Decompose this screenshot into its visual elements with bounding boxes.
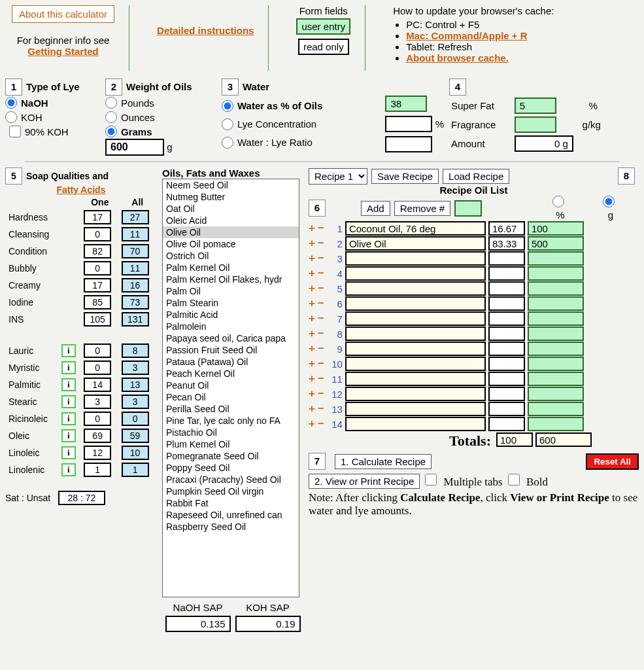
- oil-option[interactable]: Nutmeg Butter: [163, 191, 299, 203]
- oil-option[interactable]: Perilla Seed Oil: [163, 403, 299, 415]
- recipe-grams-input[interactable]: [528, 326, 584, 341]
- oil-option[interactable]: Olive Oil: [163, 226, 299, 238]
- mac-cache-link[interactable]: Mac: Command/Apple + R: [406, 30, 527, 41]
- recipe-oil-name-input[interactable]: [345, 311, 486, 326]
- recipe-pct-input[interactable]: [488, 372, 525, 386]
- recipe-oil-name-input[interactable]: [345, 402, 486, 416]
- remove-row-icon[interactable]: −: [318, 222, 324, 235]
- add-row-icon[interactable]: +: [309, 237, 315, 250]
- add-row-icon[interactable]: +: [309, 372, 315, 385]
- recipe-oil-name-input[interactable]: [345, 357, 486, 371]
- add-row-icon[interactable]: +: [309, 312, 315, 325]
- fragrance-input[interactable]: [515, 116, 556, 133]
- remove-row-icon[interactable]: −: [318, 417, 324, 431]
- remove-row-icon[interactable]: −: [318, 252, 324, 265]
- add-row-icon[interactable]: +: [309, 282, 315, 295]
- recipe-oil-name-input[interactable]: [345, 326, 486, 341]
- lye-conc-input[interactable]: [385, 116, 432, 132]
- add-row-icon[interactable]: +: [309, 327, 315, 340]
- oil-option[interactable]: Oleic Acid: [163, 215, 299, 226]
- oil-option[interactable]: Palmitic Acid: [163, 309, 299, 321]
- multiple-tabs-checkbox[interactable]: [425, 474, 437, 485]
- remove-oil-button[interactable]: Remove #: [394, 201, 450, 216]
- oil-option[interactable]: Palm Kernel Oil: [163, 262, 299, 273]
- oil-option[interactable]: Palm Oil: [163, 285, 299, 297]
- recipe-grams-input[interactable]: [528, 236, 584, 251]
- oil-option[interactable]: Raspberry Seed Oil: [163, 521, 299, 533]
- remove-row-icon[interactable]: −: [318, 342, 324, 355]
- view-print-recipe-button[interactable]: 2. View or Print Recipe: [309, 474, 420, 489]
- oil-option[interactable]: Peach Kernel Oil: [163, 368, 299, 379]
- detailed-instructions-link[interactable]: Detailed instructions: [157, 25, 254, 36]
- oil-option[interactable]: Ostrich Oil: [163, 250, 299, 262]
- water-pct-radio[interactable]: [222, 100, 233, 112]
- recipe-grams-input[interactable]: [528, 357, 584, 371]
- recipe-pct-input[interactable]: [488, 281, 525, 296]
- koh-radio[interactable]: [5, 111, 17, 123]
- recipe-grams-input[interactable]: [528, 251, 584, 266]
- info-icon[interactable]: i: [61, 344, 76, 357]
- water-lye-ratio-radio[interactable]: [222, 137, 233, 149]
- remove-row-icon[interactable]: −: [318, 402, 324, 415]
- add-oil-button[interactable]: Add: [361, 201, 390, 216]
- oil-option[interactable]: Pistachio Oil: [163, 427, 299, 438]
- info-icon[interactable]: i: [61, 378, 76, 391]
- oil-option[interactable]: Peanut Oil: [163, 379, 299, 391]
- recipe-pct-input[interactable]: [488, 326, 525, 341]
- recipe-pct-input[interactable]: [488, 417, 525, 431]
- recipe-pct-input[interactable]: [488, 402, 525, 416]
- fatty-acids-link[interactable]: Fatty Acids: [57, 185, 106, 195]
- recipe-grams-input[interactable]: [528, 387, 584, 401]
- recipe-pct-input[interactable]: [488, 251, 525, 266]
- recipe-pct-input[interactable]: [488, 266, 525, 281]
- add-row-icon[interactable]: +: [309, 267, 315, 280]
- add-row-icon[interactable]: +: [309, 342, 315, 355]
- load-recipe-button[interactable]: Load Recipe: [443, 169, 509, 184]
- add-row-icon[interactable]: +: [309, 222, 315, 235]
- recipe-oil-name-input[interactable]: [345, 266, 486, 281]
- ounces-radio[interactable]: [105, 111, 117, 123]
- recipe-pct-input[interactable]: [488, 296, 525, 311]
- recipe-oil-name-input[interactable]: [345, 372, 486, 386]
- recipe-oil-name-input[interactable]: [345, 342, 486, 356]
- add-row-icon[interactable]: +: [309, 417, 315, 431]
- remove-row-icon[interactable]: −: [318, 297, 324, 310]
- grams-radio[interactable]: [105, 126, 117, 137]
- recipe-oil-name-input[interactable]: [345, 417, 486, 431]
- info-icon[interactable]: i: [61, 361, 76, 374]
- recipe-pct-input[interactable]: [488, 236, 525, 251]
- reset-all-button[interactable]: Reset All: [586, 453, 639, 470]
- recipe-oil-name-input[interactable]: [345, 281, 486, 296]
- add-row-icon[interactable]: +: [309, 252, 315, 265]
- recipe-oil-name-input[interactable]: [345, 236, 486, 251]
- about-calculator-button[interactable]: About this calculator: [12, 5, 114, 23]
- getting-started-link[interactable]: Getting Started: [27, 46, 98, 57]
- koh90-checkbox[interactable]: [9, 126, 21, 137]
- lye-conc-radio[interactable]: [222, 118, 233, 130]
- remove-row-icon[interactable]: −: [318, 387, 324, 400]
- water-lye-ratio-input[interactable]: [385, 136, 432, 152]
- recipe-pct-input[interactable]: [488, 221, 525, 236]
- superfat-input[interactable]: [515, 97, 556, 114]
- remove-row-icon[interactable]: −: [318, 372, 324, 385]
- info-icon[interactable]: i: [61, 446, 76, 459]
- remove-row-icon[interactable]: −: [318, 267, 324, 280]
- oil-option[interactable]: Pine Tar, lye calc only no FA: [163, 415, 299, 427]
- oil-option[interactable]: Pecan Oil: [163, 391, 299, 403]
- oil-option[interactable]: Pataua (Patawa) Oil: [163, 356, 299, 368]
- recipe-grams-input[interactable]: [528, 266, 584, 281]
- oil-option[interactable]: Pracaxi (Pracachy) Seed Oil: [163, 474, 299, 485]
- oil-option[interactable]: Pomegranate Seed Oil: [163, 450, 299, 462]
- add-row-icon[interactable]: +: [309, 357, 315, 370]
- water-pct-input[interactable]: [385, 96, 427, 112]
- pounds-radio[interactable]: [105, 97, 117, 109]
- oil-option[interactable]: Palm Kernel Oil Flakes, hydr: [163, 273, 299, 285]
- remove-row-icon[interactable]: −: [318, 282, 324, 295]
- info-icon[interactable]: i: [61, 429, 76, 442]
- bold-checkbox[interactable]: [508, 474, 520, 485]
- info-icon[interactable]: i: [61, 395, 76, 408]
- oil-option[interactable]: Rabbit Fat: [163, 497, 299, 509]
- recipe-pct-input[interactable]: [488, 311, 525, 326]
- add-row-icon[interactable]: +: [309, 297, 315, 310]
- oil-option[interactable]: Palm Stearin: [163, 297, 299, 309]
